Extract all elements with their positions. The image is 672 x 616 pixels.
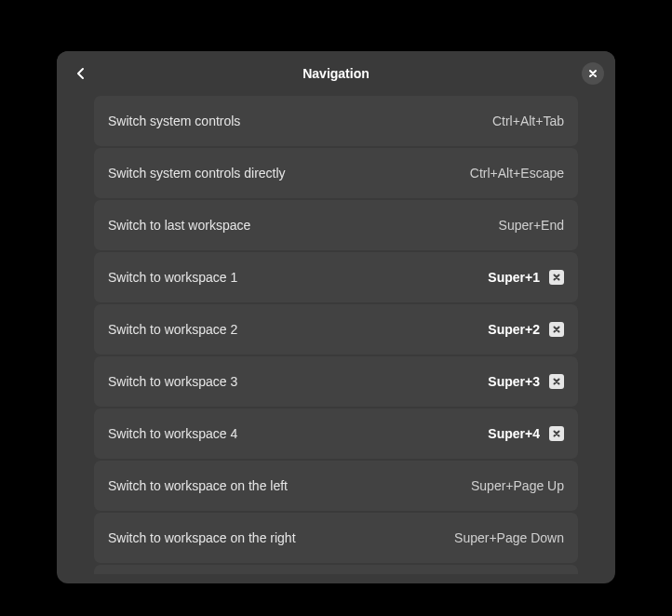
shortcut-row[interactable]: Switch system controlsCtrl+Alt+Tab — [94, 96, 578, 146]
close-icon — [588, 69, 598, 78]
shortcut-label: Switch to workspace 2 — [108, 322, 488, 337]
shortcut-label: Switch to workspace 4 — [108, 426, 488, 441]
shortcut-key: Ctrl+Alt+Tab — [492, 114, 564, 128]
shortcut-label: Switch to workspace on the left — [108, 478, 471, 493]
shortcut-row[interactable]: Switch to workspace on the leftSuper+Pag… — [94, 461, 578, 511]
shortcut-label: Switch system controls directly — [108, 166, 470, 181]
shortcut-row[interactable]: Switch to last workspaceSuper+End — [94, 200, 578, 250]
shortcut-row-partial — [94, 565, 578, 574]
shortcut-list: Switch system controlsCtrl+Alt+TabSwitch… — [57, 96, 615, 583]
reset-shortcut-button[interactable] — [549, 426, 564, 441]
shortcut-label: Switch to last workspace — [108, 218, 499, 233]
dialog-title: Navigation — [57, 66, 615, 81]
close-button[interactable] — [582, 62, 604, 85]
clear-icon — [552, 429, 561, 438]
reset-shortcut-button[interactable] — [549, 322, 564, 337]
shortcut-key: Super+3 — [488, 374, 540, 389]
shortcut-row[interactable]: Switch system controls directlyCtrl+Alt+… — [94, 148, 578, 198]
dialog-header: Navigation — [57, 51, 615, 96]
shortcut-row[interactable]: Switch to workspace 1Super+1 — [94, 252, 578, 302]
clear-icon — [552, 377, 561, 386]
shortcut-row[interactable]: Switch to workspace 3Super+3 — [94, 356, 578, 407]
shortcut-key: Super+1 — [488, 270, 540, 285]
shortcut-label: Switch system controls — [108, 114, 492, 128]
clear-icon — [552, 325, 561, 334]
reset-shortcut-button[interactable] — [549, 270, 564, 285]
shortcut-key: Ctrl+Alt+Escape — [470, 166, 564, 181]
shortcut-row[interactable]: Switch to workspace 2Super+2 — [94, 304, 578, 355]
navigation-shortcuts-dialog: Navigation Switch system controlsCtrl+Al… — [57, 51, 615, 583]
shortcut-label: Switch to workspace on the right — [108, 530, 454, 545]
back-button[interactable] — [68, 60, 94, 87]
shortcut-key: Super+Page Up — [471, 478, 564, 493]
shortcut-label: Switch to workspace 1 — [108, 270, 488, 285]
shortcut-key: Super+End — [499, 218, 564, 233]
reset-shortcut-button[interactable] — [549, 374, 564, 389]
shortcut-key: Super+2 — [488, 322, 540, 337]
chevron-left-icon — [76, 67, 86, 80]
shortcut-row[interactable]: Switch to workspace 4Super+4 — [94, 408, 578, 459]
shortcut-key: Super+Page Down — [454, 530, 564, 545]
shortcut-key: Super+4 — [488, 426, 540, 441]
shortcut-label: Switch to workspace 3 — [108, 374, 488, 389]
clear-icon — [552, 273, 561, 282]
shortcut-row[interactable]: Switch to workspace on the rightSuper+Pa… — [94, 513, 578, 563]
